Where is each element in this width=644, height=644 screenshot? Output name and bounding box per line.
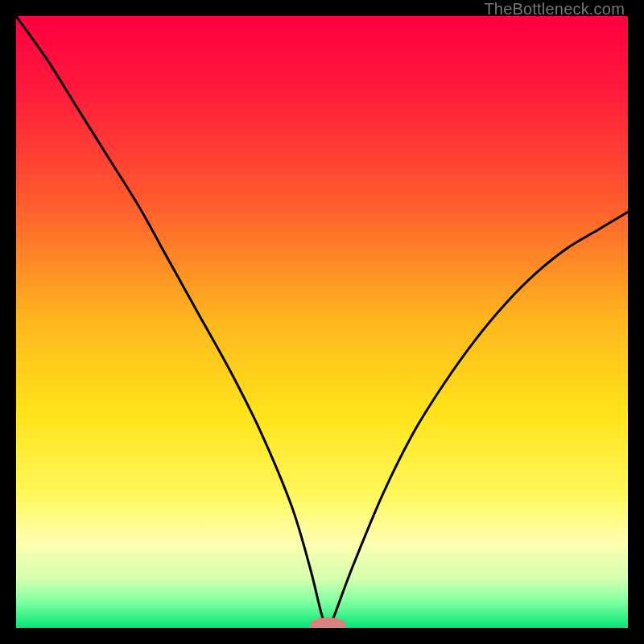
plot-area [16,16,628,628]
bottleneck-chart [16,16,628,628]
chart-frame: TheBottleneck.com [0,0,644,644]
gradient-background [16,16,628,628]
watermark-text: TheBottleneck.com [484,0,625,19]
